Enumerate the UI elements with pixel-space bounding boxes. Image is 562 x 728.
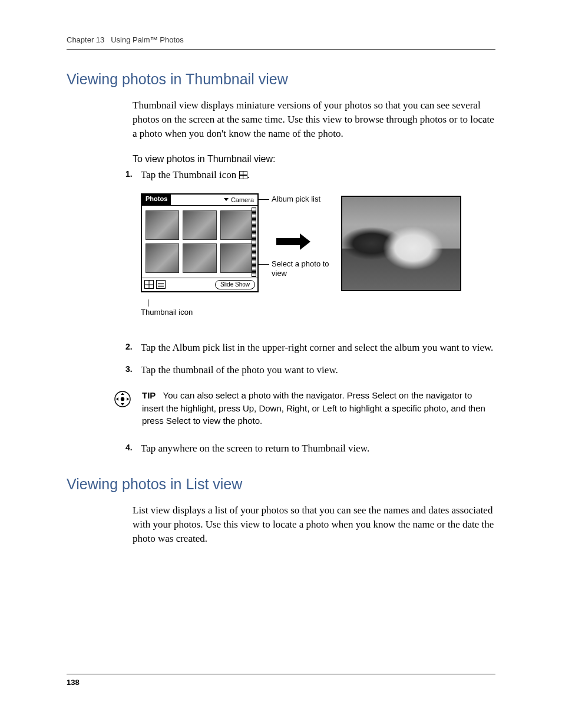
intro-paragraph-1: Thumbnail view displays miniature versio… [133, 98, 495, 141]
chevron-down-icon [224, 198, 229, 201]
picklist-value: Camera [231, 196, 254, 203]
callout-leader [259, 264, 269, 265]
step-text: Tap the thumbnail of the photo you want … [141, 363, 495, 377]
callout-leader [259, 199, 269, 200]
list-view-icon[interactable] [156, 280, 166, 289]
palm-footer: Slide Show [142, 278, 257, 291]
thumbnail-grid [142, 206, 257, 278]
section-heading-thumbnail: Viewing photos in Thumbnail view [67, 71, 495, 88]
navigator-icon [114, 390, 131, 408]
thumbnail-item[interactable] [183, 210, 216, 240]
thumbnail-item[interactable] [220, 243, 254, 273]
chapter-label: Chapter 13 [67, 35, 104, 44]
callout-album-picklist: Album pick list [272, 195, 325, 205]
thumbnail-grid-icon [239, 171, 247, 179]
app-title: Photos [142, 195, 171, 205]
manual-page: Chapter 13 Using Palm™ Photos Viewing ph… [0, 0, 562, 728]
step-number: 2. [125, 341, 141, 355]
step-text: Tap the Thumbnail icon . [141, 168, 495, 182]
step-number: 3. [125, 363, 141, 377]
svg-marker-5 [127, 397, 129, 401]
palm-titlebar: Photos Camera [142, 195, 257, 206]
callout-leader [148, 299, 148, 307]
scrollbar[interactable] [252, 207, 256, 277]
step-1: 1. Tap the Thumbnail icon . [125, 168, 495, 182]
step-text: Tap the Album pick list in the upper-rig… [141, 341, 495, 355]
thumbnail-icon-caption: Thumbnail icon [141, 308, 193, 317]
chapter-title: Using Palm™ Photos [111, 35, 184, 44]
step-text: Tap anywhere on the screen to return to … [141, 442, 495, 456]
step-number: 4. [125, 442, 141, 456]
step-number: 1. [125, 168, 141, 182]
thumbnail-item[interactable] [146, 243, 179, 273]
svg-marker-3 [121, 403, 124, 406]
step-2: 2. Tap the Album pick list in the upper-… [125, 341, 495, 355]
svg-marker-2 [121, 393, 124, 395]
step-3: 3. Tap the thumbnail of the photo you wa… [125, 363, 495, 377]
procedure-heading-1: To view photos in Thumbnail view: [133, 154, 495, 164]
album-picklist[interactable]: Camera [222, 195, 257, 205]
arrow-right-icon [276, 233, 310, 250]
page-number: 138 [67, 674, 495, 687]
callout-select-photo: Select a photo to view [272, 259, 336, 279]
svg-point-1 [121, 397, 124, 401]
svg-marker-4 [116, 397, 118, 401]
thumbnail-item[interactable] [220, 210, 254, 240]
section-heading-list: Viewing photos in List view [67, 476, 495, 493]
thumbnail-view-icon[interactable] [144, 280, 154, 289]
photo-detail-mock [341, 196, 461, 291]
tip-block: TIP You can also select a photo with the… [114, 389, 495, 427]
thumbnail-item[interactable] [146, 210, 179, 240]
slideshow-button[interactable]: Slide Show [215, 280, 255, 289]
tip-label: TIP [142, 390, 156, 400]
thumbnail-item[interactable] [183, 243, 216, 273]
tip-body: You can also select a photo with the nav… [142, 390, 485, 426]
tip-text: TIP You can also select a photo with the… [142, 389, 495, 427]
running-header: Chapter 13 Using Palm™ Photos [67, 35, 495, 50]
figure-thumbnail-view: Photos Camera Slide Show [141, 193, 495, 323]
intro-paragraph-2: List view displays a list of your photos… [133, 503, 495, 546]
palm-screen-mock: Photos Camera Slide Show [141, 193, 259, 292]
step-4: 4. Tap anywhere on the screen to return … [125, 442, 495, 456]
